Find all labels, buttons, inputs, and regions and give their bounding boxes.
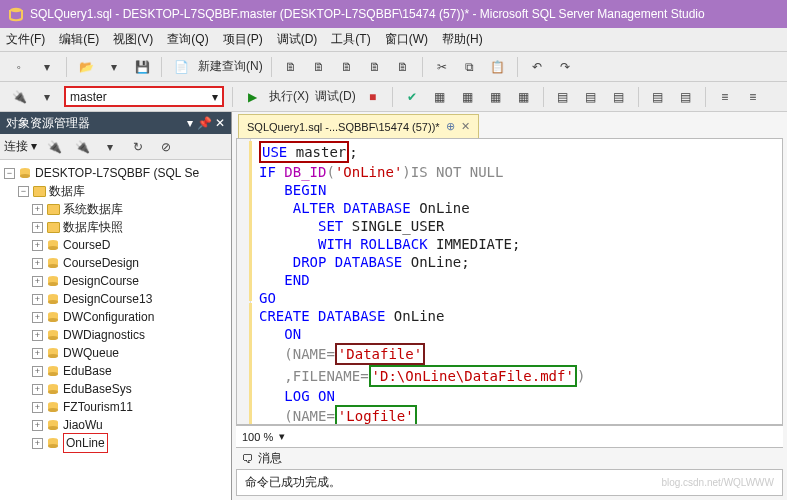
pin-icon[interactable]: ⊕ (446, 120, 455, 133)
svg-point-3 (20, 174, 30, 178)
collapse-icon[interactable]: − (18, 186, 29, 197)
expand-icon[interactable]: + (32, 294, 43, 305)
tree-db-node[interactable]: +CourseD (4, 236, 231, 254)
expand-icon[interactable]: + (32, 240, 43, 251)
expand-icon[interactable]: + (32, 222, 43, 233)
open-icon[interactable]: 📂 (75, 56, 97, 78)
menu-view[interactable]: 视图(V) (113, 31, 153, 48)
toolbar-query: 🔌 ▾ master ▾ ▶ 执行(X) 调试(D) ■ ✔ ▦ ▦ ▦ ▦ ▤… (0, 82, 787, 112)
tree-db-node[interactable]: +JiaoWu (4, 416, 231, 434)
undo-icon[interactable]: ↶ (526, 56, 548, 78)
editor-tab[interactable]: SQLQuery1.sql -...SQBBF\15474 (57))* ⊕ ✕ (238, 114, 479, 138)
dax-icon[interactable]: 🗎 (392, 56, 414, 78)
menu-debug[interactable]: 调试(D) (277, 31, 318, 48)
expand-icon[interactable]: + (32, 420, 43, 431)
connect-icon[interactable]: 🔌 (8, 86, 30, 108)
stop-icon[interactable]: ■ (362, 86, 384, 108)
tree-db-node[interactable]: +EduBase (4, 362, 231, 380)
tree-db-node[interactable]: +FZTourism11 (4, 398, 231, 416)
expand-icon[interactable]: + (32, 366, 43, 377)
plan2-icon[interactable]: ▦ (457, 86, 479, 108)
menu-query[interactable]: 查询(Q) (167, 31, 208, 48)
indent-icon[interactable]: ≡ (714, 86, 736, 108)
tree-db-node[interactable]: +DesignCourse13 (4, 290, 231, 308)
server-icon (18, 166, 32, 180)
sql-editor[interactable]: USE master; IF DB_ID('OnLine')IS NOT NUL… (236, 138, 783, 425)
parse-icon[interactable]: ✔ (401, 86, 423, 108)
tree-db-node[interactable]: +EduBaseSys (4, 380, 231, 398)
close-icon[interactable]: ✕ (461, 120, 470, 133)
plug-icon[interactable]: 🔌 (43, 136, 65, 158)
menu-edit[interactable]: 编辑(E) (59, 31, 99, 48)
results-text-icon[interactable]: ▤ (580, 86, 602, 108)
tree-databases-node[interactable]: − 数据库 (4, 182, 231, 200)
save-icon[interactable]: ▾ (103, 56, 125, 78)
tree-db-label: DesignCourse13 (63, 290, 152, 308)
tree-db-node[interactable]: +DesignCourse (4, 272, 231, 290)
tree-sysdb-node[interactable]: + 系统数据库 (4, 200, 231, 218)
redo-icon[interactable]: ↷ (554, 56, 576, 78)
copy-icon[interactable]: ⧉ (459, 56, 481, 78)
tree-snapshot-node[interactable]: + 数据库快照 (4, 218, 231, 236)
results-file-icon[interactable]: ▤ (608, 86, 630, 108)
results-grid-icon[interactable]: ▤ (552, 86, 574, 108)
expand-icon[interactable]: + (32, 312, 43, 323)
tree-db-node[interactable]: +DWDiagnostics (4, 326, 231, 344)
tree-server-node[interactable]: − DESKTOP-L7SQBBF (SQL Se (4, 164, 231, 182)
expand-icon[interactable]: + (32, 330, 43, 341)
expand-icon[interactable]: + (32, 402, 43, 413)
mde-icon[interactable]: 🗎 (308, 56, 330, 78)
tree-db-node[interactable]: +DWQueue (4, 344, 231, 362)
expand-icon[interactable]: + (32, 276, 43, 287)
menubar: 文件(F) 编辑(E) 视图(V) 查询(Q) 项目(P) 调试(D) 工具(T… (0, 28, 787, 52)
expand-icon[interactable]: + (32, 258, 43, 269)
collapse-icon[interactable]: − (4, 168, 15, 179)
paste-icon[interactable]: 📋 (487, 56, 509, 78)
save-all-icon[interactable]: 💾 (131, 56, 153, 78)
tree-db-node[interactable]: +DWConfiguration (4, 308, 231, 326)
tree-db-node[interactable]: +OnLine (4, 434, 231, 452)
cut-icon[interactable]: ✂ (431, 56, 453, 78)
uncomment-icon[interactable]: ▤ (675, 86, 697, 108)
separator (392, 87, 393, 107)
plug2-icon[interactable]: 🔌 (71, 136, 93, 158)
new-query-button[interactable]: 新建查询(N) (198, 58, 263, 75)
plan4-icon[interactable]: ▦ (513, 86, 535, 108)
expand-icon[interactable]: + (32, 384, 43, 395)
execute-icon[interactable]: ▶ (241, 86, 263, 108)
outdent-icon[interactable]: ≡ (742, 86, 764, 108)
tree-db-label: DesignCourse (63, 272, 139, 290)
zoom-value[interactable]: 100 % (242, 431, 273, 443)
expand-icon[interactable]: + (32, 438, 43, 449)
filter-icon[interactable]: ▾ (99, 136, 121, 158)
de-icon[interactable]: 🗎 (280, 56, 302, 78)
database-selector[interactable]: master ▾ (64, 86, 224, 107)
object-tree[interactable]: − DESKTOP-L7SQBBF (SQL Se − 数据库 + 系统数据库 … (0, 160, 231, 500)
xmla-icon[interactable]: 🗎 (364, 56, 386, 78)
tree-db-label: FZTourism11 (63, 398, 133, 416)
plan-icon[interactable]: ▦ (429, 86, 451, 108)
svg-point-12 (48, 282, 58, 286)
nav-back-icon[interactable]: ◦ (8, 56, 30, 78)
plan3-icon[interactable]: ▦ (485, 86, 507, 108)
refresh-icon[interactable]: ↻ (127, 136, 149, 158)
comment-icon[interactable]: ▤ (647, 86, 669, 108)
execute-button[interactable]: 执行(X) (269, 88, 309, 105)
menu-project[interactable]: 项目(P) (223, 31, 263, 48)
menu-help[interactable]: 帮助(H) (442, 31, 483, 48)
expand-icon[interactable]: + (32, 204, 43, 215)
chevron-down-icon[interactable]: ▾ (279, 430, 285, 443)
expand-icon[interactable]: + (32, 348, 43, 359)
debug-button[interactable]: 调试(D) (315, 88, 356, 105)
menu-file[interactable]: 文件(F) (6, 31, 45, 48)
nav-fwd-icon[interactable]: ▾ (36, 56, 58, 78)
dmx-icon[interactable]: 🗎 (336, 56, 358, 78)
new-query-icon[interactable]: 📄 (170, 56, 192, 78)
messages-tab[interactable]: 🗨 消息 (236, 447, 783, 469)
disconnect-icon[interactable]: ▾ (36, 86, 58, 108)
stop-refresh-icon[interactable]: ⊘ (155, 136, 177, 158)
connect-button[interactable]: 连接 ▾ (4, 138, 37, 155)
menu-window[interactable]: 窗口(W) (385, 31, 428, 48)
menu-tools[interactable]: 工具(T) (331, 31, 370, 48)
tree-db-node[interactable]: +CourseDesign (4, 254, 231, 272)
